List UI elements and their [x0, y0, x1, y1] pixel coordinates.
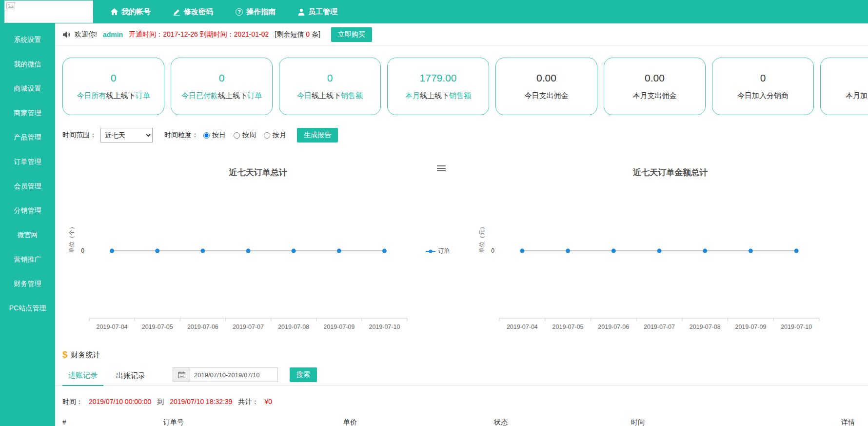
time-range-select[interactable]: 近七天	[100, 128, 153, 142]
sidebar-item-distribution-management[interactable]: 分销管理	[0, 198, 55, 223]
sidebar-item-order-management[interactable]: 订单管理	[0, 149, 55, 174]
calendar-icon	[178, 371, 185, 378]
y-axis-label: 单位（元）	[478, 217, 486, 261]
sidebar-item-my-wechat[interactable]: 我的微信	[0, 52, 55, 76]
charts-row: 近七天订单总计 单位（个） 02019-07-042019-07-052019-…	[55, 156, 868, 334]
summary-start-time: 2019/07/10 00:00:00	[89, 398, 151, 406]
radio-by-week-input[interactable]	[234, 132, 240, 139]
sidebar-item-system-settings[interactable]: 系统设置	[0, 27, 55, 52]
summary-to-label: 到	[157, 398, 164, 406]
nav-my-account[interactable]: 我的帐号	[111, 7, 151, 17]
stat-value: 1779.00	[420, 72, 457, 84]
stat-label: 今日所有线上线下订单	[77, 91, 150, 101]
sidebar-item-finance-management[interactable]: 财务管理	[0, 271, 55, 296]
tab-income-records[interactable]: 进账记录	[62, 365, 103, 386]
sidebar-item-pc-site-management[interactable]: PC站点管理	[0, 296, 55, 320]
finance-summary-line: 时间： 2019/07/10 00:00:00 到 2019/07/10 18:…	[62, 398, 868, 407]
stat-card-today-all-orders: 0 今日所有线上线下订单	[62, 58, 164, 115]
col-price: 单价	[343, 418, 357, 426]
stat-card-today-sales: 0 今日线上线下销售额	[279, 58, 381, 115]
broken-image-icon	[6, 2, 15, 9]
radio-by-month[interactable]: 按月	[264, 131, 286, 140]
svg-text:2019-07-07: 2019-07-07	[644, 324, 675, 330]
col-order-no: 订单号	[163, 418, 184, 426]
radio-by-day-input[interactable]	[203, 132, 210, 139]
sidebar-item-merchant-management[interactable]: 商家管理	[0, 101, 55, 125]
calendar-button[interactable]	[173, 367, 190, 382]
topbar: 我的帐号 修改密码 操作指南 员工管理	[0, 0, 868, 23]
nav-staff-management[interactable]: 员工管理	[298, 7, 337, 17]
date-range-group	[173, 367, 278, 382]
svg-text:2019-07-04: 2019-07-04	[97, 324, 128, 330]
nav-label: 员工管理	[308, 7, 337, 17]
question-icon	[236, 8, 243, 16]
stat-label: 今日加入分销商	[737, 91, 789, 101]
date-range-input[interactable]	[190, 367, 278, 382]
stat-card-today-distributors: 0 今日加入分销商	[712, 58, 814, 115]
stat-label: 本月加入分销商	[846, 91, 868, 101]
granularity-label: 时间粒度：	[164, 131, 198, 140]
stat-value: 0	[760, 72, 766, 84]
sidebar-item-member-management[interactable]: 会员管理	[0, 174, 55, 198]
svg-text:2019-07-10: 2019-07-10	[369, 324, 400, 330]
logo[interactable]	[4, 0, 93, 23]
legend-marker-icon	[426, 249, 435, 254]
stat-cards-row: 0 今日所有线上线下订单 0 今日已付款线上线下订单 0 今日线上线下销售额 1…	[55, 46, 868, 115]
edit-icon	[173, 8, 180, 16]
nav-change-password[interactable]: 修改密码	[173, 7, 213, 17]
nav-guide[interactable]: 操作指南	[236, 7, 276, 17]
stat-card-today-commission: 0.00 今日支出佣金	[495, 58, 597, 115]
svg-text:2019-07-05: 2019-07-05	[552, 324, 584, 330]
svg-text:2019-07-05: 2019-07-05	[142, 324, 173, 330]
svg-text:2019-07-09: 2019-07-09	[735, 324, 767, 330]
stat-card-month-sales: 1779.00 本月线上线下销售额	[387, 58, 489, 115]
chart-menu-icon[interactable]	[437, 164, 446, 173]
summary-total-value: ¥0	[264, 398, 272, 406]
sidebar-item-micro-site[interactable]: 微官网	[0, 223, 55, 247]
stat-label: 今日线上线下销售额	[297, 91, 363, 101]
nav-label: 操作指南	[246, 7, 276, 17]
stat-value: 0.00	[645, 72, 665, 84]
svg-text:2019-07-07: 2019-07-07	[233, 324, 264, 330]
main-content: 欢迎你! admin 开通时间：2017-12-26 到期时间：2021-01-…	[55, 23, 868, 426]
username: admin	[103, 31, 123, 39]
radio-by-month-input[interactable]	[264, 132, 270, 139]
home-icon	[111, 8, 118, 15]
greeting-text: 欢迎你!	[75, 30, 97, 39]
svg-text:0: 0	[492, 247, 495, 254]
finance-section-header: $ 财务统计	[62, 349, 868, 360]
speaker-icon	[62, 31, 70, 39]
svg-text:2019-07-10: 2019-07-10	[781, 324, 812, 330]
time-range-label: 时间范围：	[62, 131, 97, 140]
account-period-text: 开通时间：2017-12-26 到期时间：2021-01-02	[129, 30, 269, 39]
col-index: #	[62, 418, 66, 426]
radio-by-week[interactable]: 按周	[234, 131, 256, 140]
generate-report-button[interactable]: 生成报告	[297, 128, 338, 142]
legend-label: 订单	[438, 247, 450, 255]
summary-total-label: 共计：	[238, 398, 259, 406]
stat-value: 0.00	[536, 72, 556, 84]
stat-card-month-distributors: 1 本月加入分销商	[820, 58, 868, 115]
chart-legend[interactable]: 订单	[426, 247, 450, 255]
stat-label: 今日支出佣金	[525, 91, 569, 101]
col-status: 状态	[494, 418, 508, 426]
buy-now-button[interactable]: 立即购买	[331, 27, 372, 42]
stat-value: 0	[111, 72, 117, 84]
stat-label: 今日已付款线上线下订单	[181, 91, 262, 101]
col-detail: 详情	[841, 418, 855, 426]
sidebar-item-product-management[interactable]: 产品管理	[0, 125, 55, 149]
chart-title: 近七天订单总计	[62, 167, 454, 178]
search-button[interactable]: 搜索	[290, 367, 317, 382]
report-filter-row: 时间范围： 近七天 时间粒度： 按日 按周 按月 生成报告	[62, 128, 868, 142]
finance-title: 财务统计	[71, 350, 100, 360]
stat-label: 本月线上线下销售额	[405, 91, 471, 101]
radio-by-day[interactable]: 按日	[203, 131, 226, 140]
sms-remaining-text: [剩余短信0条]	[275, 30, 320, 39]
sidebar-item-marketing[interactable]: 营销推广	[0, 247, 55, 271]
tab-outgoing-records[interactable]: 出账记录	[110, 366, 151, 385]
granularity-radio-group: 按日 按周 按月	[203, 131, 294, 140]
sidebar: 系统设置 我的微信 商城设置 商家管理 产品管理 订单管理 会员管理 分销管理 …	[0, 23, 55, 426]
sidebar-item-mall-settings[interactable]: 商城设置	[0, 76, 55, 101]
svg-text:2019-07-06: 2019-07-06	[598, 324, 630, 330]
stat-value: 0	[327, 72, 333, 84]
